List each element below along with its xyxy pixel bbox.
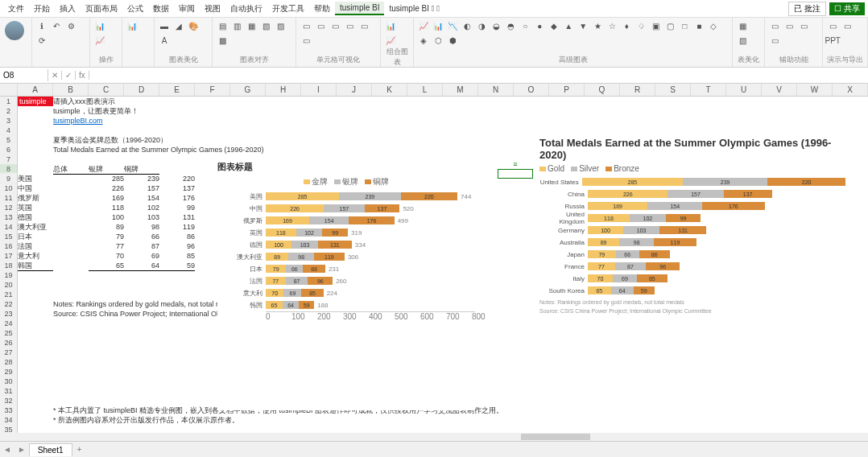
col-header[interactable]: D	[124, 84, 159, 96]
cell[interactable]: 总体	[53, 164, 89, 175]
cell[interactable]: 239	[124, 174, 159, 183]
share-button[interactable]: ☐ 共享	[829, 2, 865, 15]
menu-审阅[interactable]: 审阅	[174, 2, 200, 16]
cell[interactable]: 99	[159, 203, 195, 212]
avatar[interactable]	[5, 21, 24, 40]
row-header[interactable]: 3	[0, 116, 18, 126]
row-header[interactable]: 1	[0, 97, 18, 106]
col-header[interactable]: I	[301, 84, 337, 96]
col-header[interactable]: P	[549, 84, 585, 96]
cell[interactable]: 98	[124, 222, 159, 232]
col-header[interactable]: R	[620, 84, 655, 96]
row-header[interactable]: 26	[0, 338, 18, 348]
row-header[interactable]: 33	[0, 406, 18, 415]
cell[interactable]: 226	[89, 183, 124, 193]
add-sheet[interactable]: +	[72, 445, 87, 454]
ribbon-icon[interactable]: ▭	[768, 19, 781, 32]
ribbon-icon[interactable]: ▭	[826, 19, 839, 32]
ribbon-icon[interactable]: ⚙	[64, 19, 77, 32]
ribbon-icon[interactable]: □	[678, 19, 691, 32]
cell[interactable]: 96	[159, 241, 195, 251]
row-header[interactable]: 29	[0, 367, 18, 377]
cell[interactable]: 89	[89, 222, 124, 232]
row-header[interactable]: 14	[0, 222, 18, 232]
fx-icon[interactable]: fx	[76, 71, 89, 80]
ribbon-icon[interactable]: 📉	[446, 19, 459, 32]
cell[interactable]: * 所选例图内容系对公开出版发行作品，本仪展示原作者。	[53, 415, 585, 425]
cell[interactable]: 103	[124, 212, 159, 222]
row-header[interactable]: 21	[0, 290, 18, 299]
row-header[interactable]: 23	[0, 309, 18, 319]
menu-文件[interactable]: 文件	[3, 2, 29, 16]
row-header[interactable]: 16	[0, 241, 18, 251]
col-header[interactable]: J	[337, 84, 372, 96]
ribbon-icon[interactable]: 🎨	[187, 19, 200, 32]
cell[interactable]: 德国	[18, 212, 53, 222]
col-header[interactable]: U	[726, 84, 762, 96]
selection-handle[interactable]: ≡	[498, 159, 533, 169]
ribbon-icon[interactable]: ▼	[577, 19, 589, 32]
ribbon-icon[interactable]: 📈	[417, 19, 430, 32]
menu-自动执行[interactable]: 自动执行	[225, 2, 267, 16]
cell[interactable]: 65	[89, 261, 124, 271]
scroll-thumb[interactable]	[521, 434, 590, 440]
row-header[interactable]: 15	[0, 232, 18, 241]
cell[interactable]: 澳大利亚	[18, 222, 53, 232]
ribbon-icon[interactable]: ☆	[606, 19, 618, 32]
ribbon-icon[interactable]: ▧	[736, 34, 749, 47]
col-header[interactable]: G	[230, 84, 266, 96]
ribbon-icon[interactable]: ▭	[783, 19, 796, 32]
ribbon-icon[interactable]: ▭	[768, 34, 781, 47]
row-header[interactable]: 25	[0, 328, 18, 338]
col-header[interactable]: M	[443, 84, 478, 96]
ribbon-icon[interactable]: ▬	[158, 19, 171, 32]
cell[interactable]: 102	[124, 203, 159, 212]
row-header[interactable]: 10	[0, 183, 18, 193]
approve-button[interactable]: 已 批注	[788, 2, 826, 16]
check-icon[interactable]: ✓	[62, 71, 76, 80]
ribbon-icon[interactable]: ▭	[841, 19, 854, 32]
ribbon-icon[interactable]: ↶	[50, 19, 63, 32]
row-header[interactable]: 30	[0, 377, 18, 386]
select-all[interactable]	[0, 84, 18, 96]
row-header[interactable]: 22	[0, 299, 18, 309]
ribbon-icon[interactable]: ◢	[172, 19, 185, 32]
cell[interactable]: 法国	[18, 241, 53, 251]
ribbon-icon[interactable]: ●	[533, 19, 546, 32]
ribbon-icon[interactable]: ▧	[259, 19, 272, 32]
col-header[interactable]: L	[407, 84, 443, 96]
cell[interactable]: 154	[124, 193, 159, 203]
ribbon-icon[interactable]: ▭	[358, 19, 370, 32]
cell[interactable]: Total Medals Earned at the Summer Olympi…	[53, 145, 337, 154]
row-header[interactable]: 32	[0, 396, 18, 406]
cell[interactable]: 119	[159, 222, 195, 232]
col-header[interactable]: X	[833, 84, 868, 96]
chart-right[interactable]: Total Medals Earned at the Summer Olympi…	[539, 137, 845, 362]
cell[interactable]: 韩国	[18, 261, 53, 271]
ribbon-icon[interactable]: ℹ	[35, 19, 48, 32]
ribbon-icon[interactable]: ⟳	[35, 34, 48, 47]
ribbon-icon[interactable]: ▩	[216, 34, 229, 47]
cell[interactable]: 69	[124, 251, 159, 261]
row-header[interactable]: 24	[0, 319, 18, 328]
ribbon-icon[interactable]: 📈	[93, 34, 106, 47]
grid[interactable]: 1234567891011121314151617181920212223242…	[0, 97, 868, 443]
row-header[interactable]: 18	[0, 261, 18, 270]
col-header[interactable]: A	[18, 84, 53, 96]
cell[interactable]: 夏季奥运会奖牌总数（1996-2020）	[53, 135, 266, 145]
cell[interactable]: 请插入xxx图表演示	[53, 97, 230, 106]
cell[interactable]: 169	[89, 193, 124, 203]
cell[interactable]: 美国	[18, 174, 53, 183]
cancel-icon[interactable]: ✕	[48, 71, 62, 80]
row-header[interactable]: 11	[0, 193, 18, 203]
horizontal-scrollbar[interactable]	[0, 433, 868, 441]
ribbon-icon[interactable]: ▭	[314, 19, 327, 32]
col-header[interactable]: H	[266, 84, 301, 96]
name-box[interactable]: O8	[0, 69, 48, 81]
row-header[interactable]: 31	[0, 386, 18, 396]
cell[interactable]: 85	[159, 251, 195, 261]
row-header[interactable]: 28	[0, 357, 18, 367]
cell[interactable]: 100	[89, 212, 124, 222]
ribbon-icon[interactable]: ♢	[634, 19, 647, 32]
col-header[interactable]: N	[478, 84, 514, 96]
